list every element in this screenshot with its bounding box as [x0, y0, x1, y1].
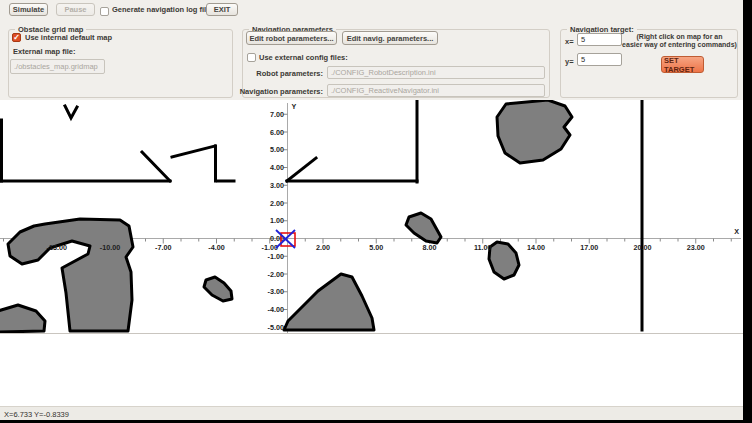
navigation-parameters-label: Navigation parameters:	[233, 87, 323, 96]
status-bar: X=6.733 Y=-0.8339	[0, 406, 743, 421]
edit-robot-parameters-button[interactable]: Edit robot parameters...	[246, 31, 337, 45]
generate-log-label: Generate navigation log file	[112, 5, 210, 14]
robot-parameters-input: ./CONFIG_RobotDescription.ini	[327, 66, 545, 79]
use-internal-map-label: Use internal default map	[25, 33, 112, 42]
hint-line1: (Right click on map for an	[637, 33, 723, 40]
target-y-input[interactable]: 5	[577, 53, 622, 66]
map-canvas[interactable]	[0, 100, 743, 406]
use-external-config-label: Use external config files:	[259, 53, 348, 62]
external-map-file-label: External map file:	[13, 47, 76, 56]
set-target-button[interactable]: SET TARGET	[661, 56, 704, 73]
generate-log-checkbox[interactable]	[100, 7, 109, 16]
right-click-hint: (Right click on map for an easier way of…	[622, 33, 737, 49]
edit-navig-parameters-button[interactable]: Edit navig. parameters...	[342, 31, 438, 45]
target-x-input[interactable]: 5	[577, 33, 622, 46]
app-window: Simulate Pause Generate navigation log f…	[0, 0, 752, 423]
target-y-label: y=	[565, 57, 574, 66]
simulate-button[interactable]: Simulate	[9, 3, 48, 16]
hint-line2: easier way of entering commands)	[622, 41, 737, 48]
cursor-coordinates: X=6.733 Y=-0.8339	[4, 410, 69, 419]
robot-parameters-label: Robot parameters:	[243, 69, 323, 78]
navigation-parameters-input: ./CONFIG_ReactiveNavigator.ini	[327, 84, 545, 97]
use-internal-map-checkbox[interactable]: ✓	[12, 33, 21, 42]
use-external-config-checkbox[interactable]	[247, 53, 256, 62]
pause-button: Pause	[56, 3, 95, 16]
external-map-file-input: ./obstacles_map.gridmap	[10, 59, 105, 74]
right-black-strip	[743, 0, 752, 423]
target-x-label: x=	[565, 37, 574, 46]
exit-button[interactable]: EXIT	[206, 3, 238, 16]
